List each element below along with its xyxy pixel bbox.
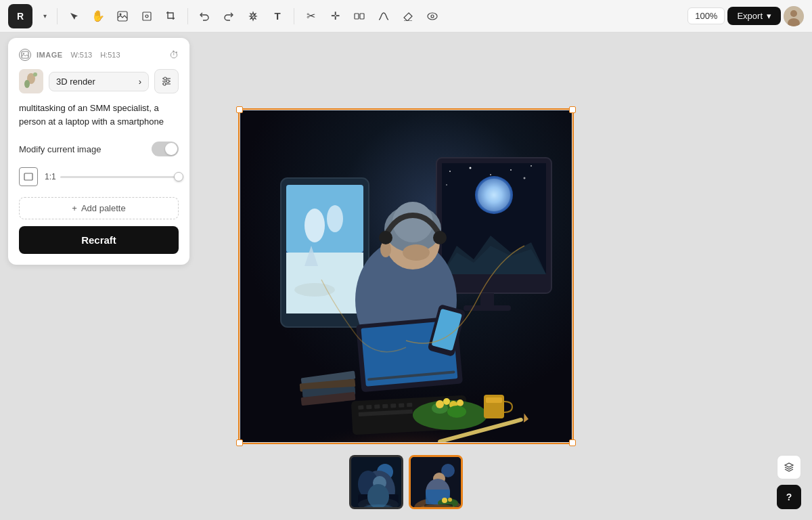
svg-point-80 bbox=[443, 398, 450, 405]
svg-point-83 bbox=[447, 406, 466, 418]
svg-point-41 bbox=[524, 177, 526, 179]
group-button[interactable] bbox=[348, 5, 370, 27]
image-gen-button[interactable] bbox=[112, 5, 133, 27]
recraft-button[interactable]: Recraft bbox=[19, 226, 179, 254]
svg-point-37 bbox=[449, 171, 451, 172]
left-panel: IMAGE W:513 H:513 ⏱ 3D render › bbox=[8, 38, 189, 265]
magic-icon bbox=[248, 11, 258, 22]
svg-rect-74 bbox=[407, 403, 412, 407]
svg-rect-4 bbox=[355, 14, 359, 19]
crop-icon bbox=[166, 11, 177, 22]
style-selector-button[interactable]: 3D render › bbox=[49, 72, 149, 91]
undo-button[interactable] bbox=[194, 5, 215, 27]
export-chevron-icon: ▾ bbox=[767, 11, 771, 21]
svg-point-57 bbox=[403, 244, 430, 261]
svg-rect-29 bbox=[286, 253, 363, 313]
ratio-slider-container: 1:1 bbox=[45, 172, 179, 181]
svg-point-105 bbox=[442, 498, 447, 503]
add-palette-label: Add palette bbox=[81, 203, 126, 213]
svg-point-39 bbox=[490, 174, 491, 175]
style-chevron-icon: › bbox=[139, 77, 141, 87]
svg-point-21 bbox=[166, 80, 169, 83]
svg-point-3 bbox=[145, 15, 148, 18]
svg-rect-73 bbox=[399, 403, 404, 407]
pointer-icon bbox=[69, 12, 78, 21]
divider-2 bbox=[187, 8, 188, 24]
layers-button[interactable] bbox=[777, 455, 801, 479]
thumbnails-row bbox=[349, 455, 463, 509]
zoom-value: 100% bbox=[695, 11, 717, 21]
svg-rect-69 bbox=[366, 405, 371, 409]
svg-point-20 bbox=[164, 77, 166, 80]
svg-point-106 bbox=[448, 498, 452, 502]
recraft-label: Recraft bbox=[81, 234, 116, 246]
slider-thumb bbox=[174, 172, 183, 181]
hand-tool-button[interactable]: ✋ bbox=[87, 5, 109, 27]
toggle-knob bbox=[165, 143, 177, 155]
style-thumbnail bbox=[19, 69, 43, 93]
style-settings-button[interactable] bbox=[154, 69, 179, 93]
svg-point-30 bbox=[304, 209, 325, 242]
svg-point-15 bbox=[24, 80, 30, 88]
panel-height-label: H:513 bbox=[100, 51, 120, 59]
prompt-text: multitasking of an SMM specialist, a per… bbox=[19, 102, 179, 128]
cut-button[interactable]: ✂ bbox=[300, 5, 321, 27]
help-icon: ? bbox=[786, 492, 792, 502]
panel-label: IMAGE bbox=[37, 51, 63, 59]
svg-point-6 bbox=[428, 13, 437, 20]
thumbnail-2[interactable] bbox=[409, 455, 463, 509]
logo-button[interactable]: R bbox=[8, 4, 32, 28]
ratio-icon bbox=[19, 167, 38, 186]
aspect-ratio-slider[interactable] bbox=[60, 176, 179, 178]
eraser-button[interactable] bbox=[397, 5, 419, 27]
help-button[interactable]: ? bbox=[777, 485, 801, 509]
undo-icon bbox=[199, 12, 210, 21]
svg-rect-5 bbox=[360, 14, 364, 19]
svg-point-12 bbox=[23, 53, 24, 54]
ratio-label: 1:1 bbox=[45, 172, 56, 181]
toolbar: R ▾ ✋ bbox=[0, 0, 812, 32]
eraser-icon bbox=[403, 12, 413, 21]
svg-point-1 bbox=[120, 13, 122, 15]
zoom-control[interactable]: 100% bbox=[687, 7, 725, 24]
svg-point-22 bbox=[163, 83, 166, 85]
avatar-image bbox=[784, 6, 804, 26]
canvas-btn[interactable] bbox=[136, 5, 158, 27]
svg-point-43 bbox=[531, 165, 532, 167]
panel-clock-icon: ⏱ bbox=[169, 49, 179, 60]
svg-point-16 bbox=[33, 72, 37, 77]
group-icon bbox=[354, 11, 365, 22]
layers-icon bbox=[784, 462, 794, 473]
export-label: Export bbox=[737, 11, 763, 21]
svg-rect-2 bbox=[143, 12, 151, 20]
logo-dropdown-button[interactable]: ▾ bbox=[38, 5, 51, 27]
redo-icon bbox=[223, 12, 234, 21]
text-button[interactable]: T bbox=[267, 5, 288, 27]
magic-button[interactable] bbox=[242, 5, 264, 27]
right-icons: ? bbox=[777, 455, 801, 509]
curve-button[interactable] bbox=[373, 5, 394, 27]
modify-toggle[interactable] bbox=[152, 142, 179, 156]
pointer-tool-button[interactable] bbox=[63, 5, 85, 27]
eye-button[interactable] bbox=[422, 5, 443, 27]
svg-rect-70 bbox=[374, 404, 380, 408]
move-button[interactable]: ✛ bbox=[324, 5, 346, 27]
thumbnail-1[interactable] bbox=[349, 455, 403, 509]
svg-rect-85 bbox=[486, 397, 502, 403]
svg-rect-49 bbox=[464, 305, 511, 311]
svg-point-42 bbox=[446, 184, 447, 186]
panel-width-label: W:513 bbox=[71, 51, 93, 59]
export-button[interactable]: Export ▾ bbox=[727, 7, 781, 25]
svg-point-38 bbox=[470, 167, 472, 169]
main-image-container[interactable] bbox=[240, 110, 572, 442]
svg-rect-11 bbox=[22, 51, 28, 58]
avatar-button[interactable] bbox=[784, 6, 804, 26]
ratio-row: 1:1 bbox=[19, 167, 179, 186]
eye-icon bbox=[427, 12, 438, 20]
crop-button[interactable] bbox=[160, 5, 182, 27]
svg-point-82 bbox=[457, 399, 464, 406]
divider-3 bbox=[294, 8, 294, 24]
redo-button[interactable] bbox=[218, 5, 240, 27]
add-palette-button[interactable]: + Add palette bbox=[19, 197, 179, 219]
svg-point-56 bbox=[433, 231, 447, 244]
